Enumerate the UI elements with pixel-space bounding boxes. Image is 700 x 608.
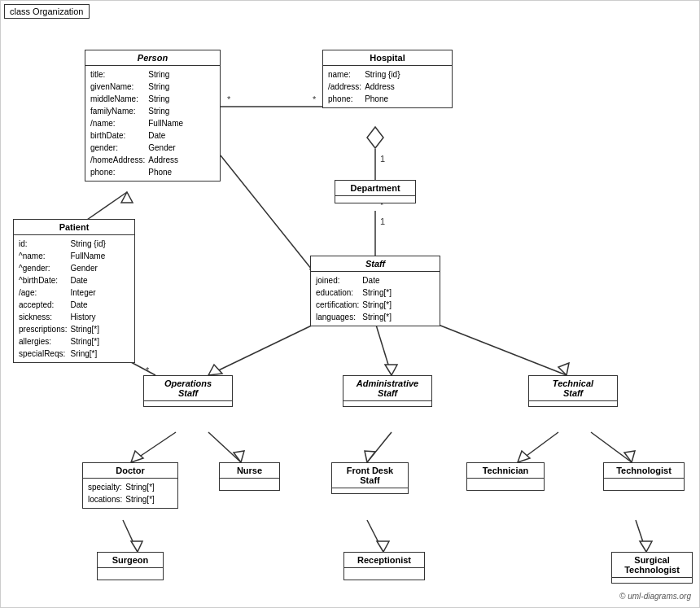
- nurse-title: Nurse: [220, 463, 279, 479]
- administrative-staff-class: AdministrativeStaff: [343, 375, 432, 407]
- front-desk-staff-title: Front DeskStaff: [332, 463, 408, 488]
- staff-class: Staff joined:Date education:String[*] ce…: [310, 256, 440, 326]
- svg-text:*: *: [146, 365, 150, 375]
- department-body: [335, 196, 415, 203]
- svg-line-32: [123, 520, 138, 552]
- receptionist-class: Receptionist: [343, 552, 425, 580]
- front-desk-staff-body: [332, 488, 408, 493]
- patient-body: id:String {id} ^name:FullName ^gender:Ge…: [14, 235, 134, 362]
- svg-marker-21: [558, 363, 569, 375]
- svg-marker-13: [121, 192, 133, 203]
- technical-staff-title: TechnicalStaff: [529, 376, 617, 401]
- technician-title: Technician: [467, 463, 544, 479]
- svg-line-26: [367, 432, 392, 462]
- svg-marker-17: [208, 365, 222, 375]
- svg-line-28: [518, 432, 558, 462]
- surgical-technologist-title: SurgicalTechnologist: [612, 553, 692, 578]
- department-class: Department: [335, 180, 416, 203]
- operations-staff-class: OperationsStaff: [143, 375, 233, 407]
- technologist-class: Technologist: [603, 462, 685, 491]
- nurse-body: [220, 479, 279, 490]
- front-desk-staff-class: Front DeskStaff: [331, 462, 409, 494]
- svg-line-24: [208, 432, 241, 462]
- svg-marker-23: [131, 451, 143, 462]
- svg-text:1: 1: [380, 154, 385, 164]
- operations-staff-title: OperationsStaff: [144, 376, 232, 401]
- technical-staff-class: TechnicalStaff: [528, 375, 618, 407]
- staff-title: Staff: [311, 256, 440, 272]
- svg-text:*: *: [227, 94, 231, 104]
- operations-staff-body: [144, 401, 232, 406]
- hospital-class: Hospital name:String {id} /address:Addre…: [322, 50, 453, 108]
- svg-line-34: [367, 520, 383, 552]
- technologist-body: [604, 479, 684, 490]
- svg-marker-27: [365, 451, 375, 462]
- surgeon-class: Surgeon: [97, 552, 164, 580]
- svg-line-22: [131, 432, 176, 462]
- receptionist-title: Receptionist: [344, 553, 424, 568]
- surgeon-body: [98, 568, 163, 580]
- technician-class: Technician: [466, 462, 545, 491]
- surgical-technologist-body: [612, 578, 692, 583]
- technologist-title: Technologist: [604, 463, 684, 479]
- receptionist-body: [344, 568, 424, 580]
- administrative-staff-body: [343, 401, 431, 406]
- svg-text:*: *: [313, 94, 317, 104]
- person-body: title:String givenName:String middleName…: [85, 66, 220, 181]
- doctor-class: Doctor specialty:String[*] locations:Str…: [82, 462, 178, 509]
- svg-line-30: [591, 432, 632, 462]
- patient-class: Patient id:String {id} ^name:FullName ^g…: [13, 219, 135, 363]
- doctor-title: Doctor: [83, 463, 177, 479]
- svg-marker-37: [640, 541, 652, 552]
- patient-title: Patient: [14, 220, 134, 235]
- diagram-container: class Organization * * 1 * 1 *: [0, 0, 700, 608]
- hospital-title: Hospital: [323, 50, 452, 66]
- svg-marker-4: [367, 127, 383, 148]
- svg-marker-31: [624, 451, 635, 462]
- svg-marker-19: [385, 365, 397, 375]
- svg-line-14: [221, 155, 318, 278]
- svg-marker-33: [131, 541, 142, 552]
- svg-line-20: [432, 322, 567, 375]
- svg-text:1: 1: [380, 217, 385, 226]
- department-title: Department: [335, 181, 415, 196]
- frame-label: class Organization: [4, 4, 90, 19]
- svg-line-36: [636, 520, 646, 552]
- person-title: Person: [85, 50, 220, 66]
- svg-line-18: [375, 322, 392, 375]
- technician-body: [467, 479, 544, 490]
- copyright: © uml-diagrams.org: [619, 592, 691, 601]
- person-class: Person title:String givenName:String mid…: [85, 50, 221, 182]
- hospital-body: name:String {id} /address:Address phone:…: [323, 66, 452, 107]
- svg-line-16: [208, 322, 318, 375]
- svg-marker-29: [518, 451, 530, 462]
- svg-marker-35: [377, 541, 389, 552]
- nurse-class: Nurse: [219, 462, 280, 491]
- svg-marker-25: [234, 451, 244, 462]
- surgeon-title: Surgeon: [98, 553, 163, 568]
- staff-body: joined:Date education:String[*] certific…: [311, 272, 440, 326]
- administrative-staff-title: AdministrativeStaff: [343, 376, 431, 401]
- surgical-technologist-class: SurgicalTechnologist: [611, 552, 693, 584]
- technical-staff-body: [529, 401, 617, 406]
- doctor-body: specialty:String[*] locations:String[*]: [83, 479, 177, 508]
